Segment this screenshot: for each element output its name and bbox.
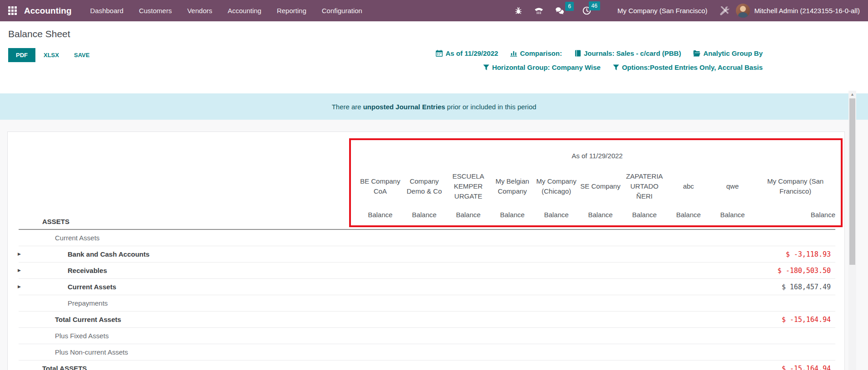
voip-phone-button[interactable] xyxy=(533,5,545,17)
report-row: Prepayments xyxy=(19,295,835,312)
column-company-name: BE Company CoA xyxy=(358,161,402,211)
column-company-name: My Belgian Company xyxy=(490,161,534,211)
calendar-icon xyxy=(436,50,443,57)
tools-icon xyxy=(720,6,730,15)
banner-text-prefix: There are xyxy=(332,103,361,111)
bug-icon xyxy=(514,7,523,15)
vertical-scrollbar[interactable]: ▲ xyxy=(848,91,856,370)
banner-text-suffix: prior or included in this period xyxy=(447,103,537,111)
navbar-right: 6 46 My Company (San Francisco) Mitchell… xyxy=(508,4,860,18)
filter-chip[interactable]: Journals: Sales - c/card (PBB) xyxy=(574,49,681,57)
column-company-name: ESCUELA KEMPER URGATE xyxy=(446,161,490,211)
nav-menu-dashboard[interactable]: Dashboard xyxy=(83,0,131,21)
filters-row-1: As of 11/29/2022 Comparison: Journals: S… xyxy=(436,49,763,57)
column-company-name: qwe xyxy=(710,161,755,211)
navbar-left: Accounting DashboardCustomersVendorsAcco… xyxy=(5,0,370,21)
report-row-label: Total ASSETS xyxy=(19,365,87,370)
top-navbar: Accounting DashboardCustomersVendorsAcco… xyxy=(0,0,868,21)
balance-sheet-card: As of 11/29/2022 BE Company CoA Balance … xyxy=(7,131,845,370)
filter-icon xyxy=(483,64,489,71)
report-row-label: ASSETS xyxy=(19,218,69,225)
filter-label: Comparison: xyxy=(520,49,562,57)
company-switcher[interactable]: My Company (San Francisco) xyxy=(617,7,707,15)
caret-right-icon[interactable]: ▶ xyxy=(18,268,21,273)
filter-chip[interactable]: Analytic Group By xyxy=(693,49,763,57)
filter-chip[interactable]: Options:Posted Entries Only, Accrual Bas… xyxy=(613,63,763,71)
report-row: Total Current Assets $ -15,164.94 xyxy=(19,312,835,328)
nav-menu-vendors[interactable]: Vendors xyxy=(179,0,220,21)
report-row-label: Total Current Assets xyxy=(19,316,121,323)
report-row-value: $ -180,503.50 xyxy=(778,267,831,275)
report-row[interactable]: ▶ Bank and Cash Accounts $ -3,118.93 xyxy=(19,246,835,263)
filter-label: Analytic Group By xyxy=(703,49,763,57)
scroll-up-arrow-icon[interactable]: ▲ xyxy=(848,91,856,98)
scrollbar-thumb[interactable] xyxy=(849,98,855,265)
column-company-name: ZAPATERIA URTADO ÑERI xyxy=(622,161,666,211)
report-row: Total ASSETS $ -15,164.94 xyxy=(19,360,835,370)
journal-book-icon xyxy=(574,50,581,57)
report-row-label: Plus Fixed Assets xyxy=(19,332,108,340)
unposted-entries-banner: There are unposted Journal Entries prior… xyxy=(0,93,868,120)
report-row[interactable]: ▶ Receivables $ -180,503.50 xyxy=(19,263,835,279)
nav-menu-reporting[interactable]: Reporting xyxy=(269,0,314,21)
content-area: As of 11/29/2022 BE Company CoA Balance … xyxy=(0,120,868,370)
report-row-label: Current Assets xyxy=(19,234,99,242)
messages-count-badge: 6 xyxy=(565,2,574,11)
nav-menu-customers[interactable]: Customers xyxy=(131,0,180,21)
report-row-label: Current Assets xyxy=(19,283,116,291)
debug-bug-button[interactable] xyxy=(513,5,524,17)
period-header: As of 11/29/2022 xyxy=(358,152,836,160)
report-row: Plus Fixed Assets xyxy=(19,328,835,344)
page-title: Balance Sheet xyxy=(8,29,70,39)
folder-open-icon xyxy=(693,50,700,57)
nav-menu-accounting[interactable]: Accounting xyxy=(220,0,269,21)
save-button[interactable]: SAVE xyxy=(74,48,89,62)
xlsx-button[interactable]: XLSX xyxy=(44,48,59,62)
app-name[interactable]: Accounting xyxy=(24,6,72,16)
phone-icon xyxy=(534,7,543,15)
bar-chart-icon xyxy=(510,50,517,57)
filter-label: As of 11/29/2022 xyxy=(445,49,498,57)
pdf-button[interactable]: PDF xyxy=(8,48,35,62)
report-row: ASSETS xyxy=(19,214,835,230)
filter-icon xyxy=(613,64,619,71)
column-company-name: Company Demo & Co xyxy=(402,161,446,211)
activities-button[interactable]: 46 xyxy=(581,5,593,17)
user-avatar xyxy=(736,4,750,18)
column-company-name: My Company (San Francisco) xyxy=(755,161,836,211)
banner-text-bold: unposted Journal Entries xyxy=(363,103,445,111)
report-row-value: $ 168,457.49 xyxy=(782,283,831,291)
nav-menu-configuration[interactable]: Configuration xyxy=(314,0,370,21)
user-menu[interactable]: Mitchell Admin (21423155-16-0-all) xyxy=(736,4,860,18)
apps-menu-button[interactable] xyxy=(5,4,20,18)
nav-menu: DashboardCustomersVendorsAccountingRepor… xyxy=(83,0,370,21)
report-row[interactable]: ▶ Current Assets $ 168,457.49 xyxy=(19,279,835,295)
report-row-label: Plus Non-current Assets xyxy=(19,348,128,356)
report-filters: As of 11/29/2022 Comparison: Journals: S… xyxy=(436,49,763,78)
messages-button[interactable]: 6 xyxy=(553,5,567,17)
caret-right-icon[interactable]: ▶ xyxy=(18,252,21,256)
grid-icon xyxy=(8,6,17,15)
report-row-value: $ -15,164.94 xyxy=(782,316,831,324)
report-row: Plus Non-current Assets xyxy=(19,344,835,360)
filter-label: Horizontal Group: Company Wise xyxy=(492,63,601,71)
report-row-value: $ -3,118.93 xyxy=(786,250,831,258)
column-company-name: abc xyxy=(666,161,710,211)
report-row: Current Assets xyxy=(19,230,835,246)
report-row-label: Bank and Cash Accounts xyxy=(19,250,149,258)
activities-count-badge: 46 xyxy=(589,1,600,10)
filter-label: Journals: Sales - c/card (PBB) xyxy=(584,49,681,57)
column-company-name: SE Company xyxy=(578,161,622,211)
filter-chip[interactable]: As of 11/29/2022 xyxy=(436,49,498,57)
report-row-label: Receivables xyxy=(19,267,107,274)
filter-chip[interactable]: Horizontal Group: Company Wise xyxy=(483,63,601,71)
chat-icon xyxy=(555,7,565,15)
dev-tools-button[interactable] xyxy=(718,4,731,17)
control-panel: Balance Sheet PDF XLSX SAVE As of 11/29/… xyxy=(0,21,868,93)
report-row-label: Prepayments xyxy=(19,299,108,307)
report-action-buttons: PDF XLSX SAVE xyxy=(8,48,104,62)
column-company-name: My Company (Chicago) xyxy=(534,161,578,211)
caret-right-icon[interactable]: ▶ xyxy=(18,284,21,289)
report-rows: ASSETS Current Assets ▶ Bank and Cash Ac… xyxy=(19,214,835,370)
filter-chip[interactable]: Comparison: xyxy=(510,49,562,57)
